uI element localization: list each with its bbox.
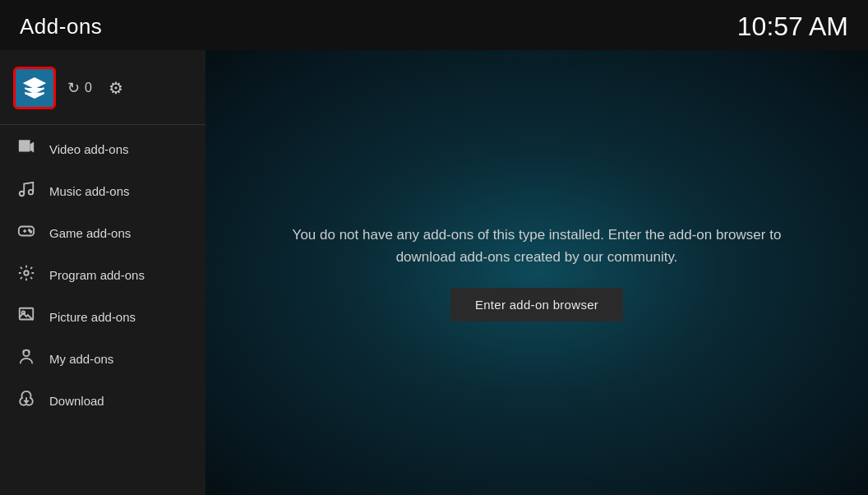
addon-count: 0 (85, 81, 92, 95)
sidebar-label-music-addons: Music add-ons (49, 184, 130, 198)
sidebar-item-program-addons[interactable]: Program add-ons (0, 254, 205, 296)
download-icon (16, 390, 36, 412)
enter-addon-browser-button[interactable]: Enter add-on browser (450, 288, 623, 322)
myaddon-icon (16, 348, 36, 370)
picture-icon (16, 306, 36, 328)
page-title: Add-ons (20, 14, 102, 39)
addon-icon-button[interactable] (13, 67, 56, 109)
svg-point-8 (30, 231, 32, 233)
game-icon (16, 222, 36, 244)
sidebar-top: ↻ 0 ⚙ (0, 58, 205, 123)
header: Add-ons 10:57 AM (0, 0, 868, 50)
program-icon (16, 264, 36, 286)
video-icon (16, 138, 36, 160)
sidebar-item-video-addons[interactable]: Video add-ons (0, 128, 205, 170)
box-icon (23, 76, 46, 99)
main-content: You do not have any add-ons of this type… (205, 50, 868, 495)
svg-point-3 (29, 190, 34, 195)
sidebar-label-my-addons: My add-ons (49, 352, 113, 366)
sidebar-divider (0, 124, 205, 125)
svg-point-2 (20, 192, 25, 197)
clock: 10:57 AM (737, 12, 848, 42)
sidebar-label-video-addons: Video add-ons (49, 142, 128, 156)
sidebar-item-picture-addons[interactable]: Picture add-ons (0, 296, 205, 338)
sidebar-label-game-addons: Game add-ons (49, 226, 131, 240)
refresh-icon[interactable]: ↻ (67, 79, 80, 97)
svg-point-9 (24, 271, 29, 275)
body: ↻ 0 ⚙ Video add-ons Music add-ons (0, 50, 868, 495)
sidebar-label-picture-addons: Picture add-ons (49, 310, 136, 324)
sidebar-item-music-addons[interactable]: Music add-ons (0, 170, 205, 212)
sidebar-label-download: Download (49, 394, 104, 408)
content-message: You do not have any add-ons of this type… (282, 224, 792, 268)
music-icon (16, 180, 36, 202)
settings-icon[interactable]: ⚙ (108, 78, 123, 98)
content-center: You do not have any add-ons of this type… (265, 207, 808, 338)
sidebar-item-my-addons[interactable]: My add-ons (0, 338, 205, 380)
app-container: Add-ons 10:57 AM ↻ 0 (0, 0, 868, 495)
sidebar: ↻ 0 ⚙ Video add-ons Music add-ons (0, 50, 205, 495)
sidebar-label-program-addons: Program add-ons (49, 268, 145, 282)
refresh-group: ↻ 0 (67, 79, 92, 97)
sidebar-item-game-addons[interactable]: Game add-ons (0, 212, 205, 254)
svg-rect-0 (19, 141, 30, 152)
sidebar-item-download[interactable]: Download (0, 380, 205, 422)
